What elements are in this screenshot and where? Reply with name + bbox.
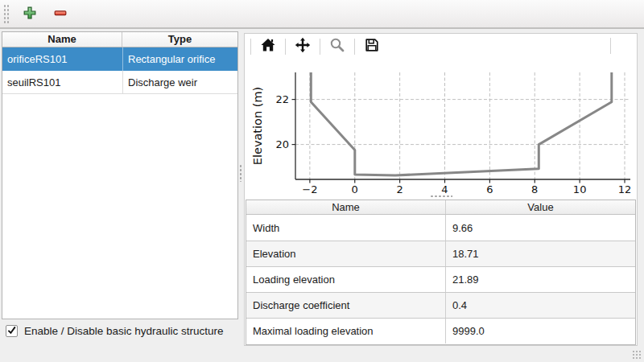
property-name: Maximal loading elevation	[246, 319, 446, 343]
main-toolbar	[0, 0, 644, 29]
column-header-type: Type	[122, 32, 237, 47]
home-icon	[260, 37, 276, 56]
plot-navigation-toolbar	[245, 34, 637, 59]
svg-text:2: 2	[396, 183, 402, 195]
property-row-elevation[interactable]: Elevation 18.71	[246, 241, 635, 266]
toolbar-drag-handle[interactable]	[3, 4, 10, 23]
svg-text:8: 8	[531, 183, 538, 195]
structure-name: seuilRS101	[2, 71, 122, 93]
toolbar-separator	[354, 39, 355, 55]
property-name: Discharge coefficient	[246, 293, 446, 318]
checkmark-icon	[6, 325, 17, 338]
property-row-loading-elevation[interactable]: Loading elevation 21.89	[246, 266, 635, 292]
save-icon	[364, 37, 380, 56]
panel-splitter[interactable]	[239, 164, 242, 182]
structure-type: Discharge weir	[122, 71, 237, 93]
add-icon	[23, 6, 37, 23]
property-row-maximal-loading-elevation[interactable]: Maximal loading elevation 9999.0	[246, 318, 635, 343]
table-row-orifice[interactable]: orificeRS101 Rectangular orifice	[2, 47, 237, 71]
structures-table: Name Type orificeRS101 Rectangular orifi…	[2, 31, 238, 319]
properties-table-body: Width 9.66 Elevation 18.71 Loading eleva…	[246, 215, 635, 343]
enable-structure-label: Enable / Disable basic hydraulic structu…	[24, 325, 224, 337]
property-row-discharge-coefficient[interactable]: Discharge coefficient 0.4	[246, 292, 635, 318]
property-row-width[interactable]: Width 9.66	[246, 215, 635, 241]
window-resize-grip[interactable]	[632, 350, 642, 360]
remove-structure-button[interactable]	[50, 3, 71, 24]
enable-structure-checkbox-row[interactable]: Enable / Disable basic hydraulic structu…	[6, 325, 224, 337]
toolbar-separator	[610, 38, 611, 54]
chart-table-splitter[interactable]	[430, 195, 452, 198]
column-header-value: Value	[446, 200, 635, 214]
structures-table-header: Name Type	[2, 32, 237, 47]
toolbar-separator	[285, 39, 286, 55]
property-value[interactable]: 9.66	[446, 215, 635, 241]
property-value[interactable]: 9999.0	[446, 319, 635, 343]
svg-text:10: 10	[573, 183, 587, 195]
table-row-weir[interactable]: seuilRS101 Discharge weir	[2, 71, 237, 94]
property-value[interactable]: 18.71	[446, 241, 635, 266]
svg-text:6: 6	[486, 183, 493, 195]
property-value[interactable]: 0.4	[446, 293, 635, 318]
structure-name: orificeRS101	[2, 47, 122, 71]
property-name: Elevation	[246, 241, 446, 266]
property-value[interactable]: 21.89	[446, 267, 635, 292]
home-view-button[interactable]	[258, 37, 278, 56]
svg-text:0: 0	[352, 183, 358, 195]
structure-detail-panel: −20246810122022Elevation (m) Name Value …	[244, 33, 638, 346]
pan-button[interactable]	[293, 37, 312, 56]
structure-type: Rectangular orifice	[122, 47, 237, 71]
svg-text:Elevation (m): Elevation (m)	[251, 87, 264, 165]
svg-text:4: 4	[441, 183, 448, 195]
toolbar-separator	[320, 39, 320, 55]
zoom-icon	[329, 37, 345, 56]
svg-text:12: 12	[618, 183, 632, 195]
save-figure-button[interactable]	[362, 37, 382, 56]
svg-text:20: 20	[275, 138, 289, 150]
remove-icon	[53, 6, 68, 23]
property-name: Loading elevation	[246, 267, 446, 292]
pan-icon	[295, 37, 311, 56]
column-header-name: Name	[246, 200, 446, 214]
cross-section-chart[interactable]: −20246810122022Elevation (m)	[246, 59, 636, 197]
column-header-name: Name	[2, 32, 122, 47]
svg-text:22: 22	[275, 93, 289, 105]
toolbar-separator	[250, 39, 251, 55]
enable-structure-checkbox[interactable]	[6, 325, 18, 337]
property-name: Width	[246, 215, 446, 241]
add-structure-button[interactable]	[19, 3, 40, 24]
properties-table: Name Value Width 9.66 Elevation 18.71 Lo…	[246, 200, 636, 345]
zoom-rect-button[interactable]	[328, 37, 347, 56]
properties-table-header: Name Value	[246, 200, 635, 215]
cross-section-chart-svg: −20246810122022Elevation (m)	[246, 59, 636, 197]
svg-text:−2: −2	[302, 183, 317, 195]
